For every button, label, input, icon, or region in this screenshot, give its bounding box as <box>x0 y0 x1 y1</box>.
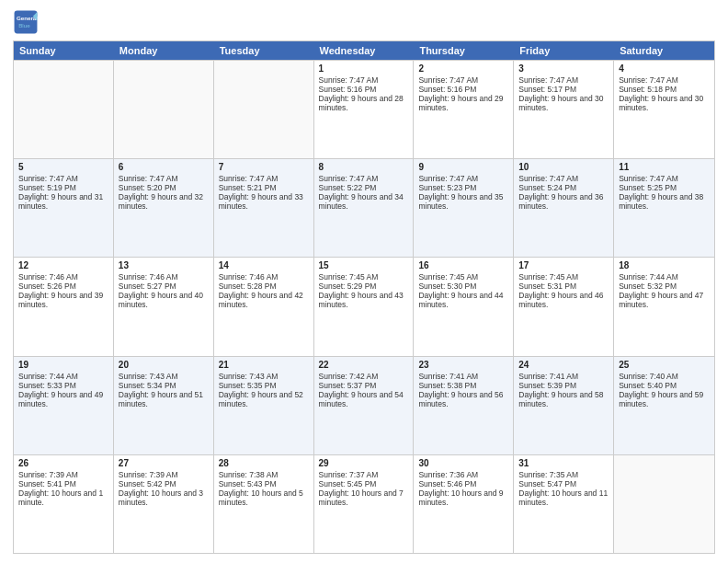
day-number: 31 <box>518 458 609 468</box>
daylight-text: Daylight: 9 hours and 29 minutes. <box>418 94 508 112</box>
sunset-text: Sunset: 5:47 PM <box>518 479 609 488</box>
daylight-text: Daylight: 9 hours and 30 minutes. <box>619 94 710 112</box>
day-number: 11 <box>619 162 710 172</box>
day-cell: 2Sunrise: 7:47 AMSunset: 5:16 PMDaylight… <box>414 61 514 158</box>
week-row-3: 12Sunrise: 7:46 AMSunset: 5:26 PMDayligh… <box>14 257 714 355</box>
day-cell: 27Sunrise: 7:39 AMSunset: 5:42 PMDayligh… <box>114 455 214 553</box>
logo-icon: General Blue <box>13 9 39 35</box>
day-cell <box>214 61 314 158</box>
sunset-text: Sunset: 5:43 PM <box>219 479 309 488</box>
sunrise-text: Sunrise: 7:35 AM <box>518 470 609 479</box>
sunset-text: Sunset: 5:16 PM <box>319 85 409 94</box>
week-row-1: 1Sunrise: 7:47 AMSunset: 5:16 PMDaylight… <box>14 60 714 158</box>
sunrise-text: Sunrise: 7:43 AM <box>219 372 309 381</box>
day-number: 27 <box>119 458 209 468</box>
day-number: 16 <box>418 260 508 270</box>
day-cell: 11Sunrise: 7:47 AMSunset: 5:25 PMDayligh… <box>614 159 714 257</box>
day-number: 30 <box>418 458 508 468</box>
day-number: 1 <box>319 63 409 74</box>
day-number: 20 <box>119 360 209 370</box>
day-number: 13 <box>119 260 209 270</box>
day-number: 8 <box>319 162 409 172</box>
day-number: 25 <box>619 360 710 370</box>
sunrise-text: Sunrise: 7:44 AM <box>619 272 710 282</box>
daylight-text: Daylight: 9 hours and 38 minutes. <box>619 192 710 211</box>
sunrise-text: Sunrise: 7:47 AM <box>219 174 309 183</box>
daylight-text: Daylight: 9 hours and 34 minutes. <box>319 192 409 211</box>
daylight-text: Daylight: 9 hours and 36 minutes. <box>518 192 609 211</box>
sunrise-text: Sunrise: 7:47 AM <box>319 75 409 85</box>
sunset-text: Sunset: 5:45 PM <box>319 479 409 488</box>
sunrise-text: Sunrise: 7:36 AM <box>418 470 508 479</box>
sunset-text: Sunset: 5:40 PM <box>619 381 710 390</box>
daylight-text: Daylight: 10 hours and 3 minutes. <box>119 488 209 507</box>
daylight-text: Daylight: 9 hours and 31 minutes. <box>18 192 108 211</box>
day-cell: 23Sunrise: 7:41 AMSunset: 5:38 PMDayligh… <box>414 357 514 454</box>
day-number: 24 <box>518 360 609 370</box>
sunset-text: Sunset: 5:20 PM <box>119 183 209 192</box>
calendar: SundayMondayTuesdayWednesdayThursdayFrid… <box>13 40 715 554</box>
daylight-text: Daylight: 10 hours and 5 minutes. <box>219 488 309 507</box>
sunset-text: Sunset: 5:27 PM <box>119 282 209 291</box>
sunrise-text: Sunrise: 7:47 AM <box>18 174 108 183</box>
day-cell: 31Sunrise: 7:35 AMSunset: 5:47 PMDayligh… <box>514 455 614 553</box>
daylight-text: Daylight: 9 hours and 32 minutes. <box>119 192 209 211</box>
day-cell: 8Sunrise: 7:47 AMSunset: 5:22 PMDaylight… <box>314 159 415 257</box>
day-cell: 15Sunrise: 7:45 AMSunset: 5:29 PMDayligh… <box>314 258 415 355</box>
sunrise-text: Sunrise: 7:47 AM <box>518 174 609 183</box>
sunrise-text: Sunrise: 7:39 AM <box>18 470 108 479</box>
day-cell <box>14 61 114 158</box>
sunrise-text: Sunrise: 7:47 AM <box>619 174 710 183</box>
svg-text:Blue: Blue <box>18 22 30 29</box>
sunset-text: Sunset: 5:35 PM <box>219 381 309 390</box>
daylight-text: Daylight: 9 hours and 33 minutes. <box>219 192 309 211</box>
daylight-text: Daylight: 9 hours and 42 minutes. <box>219 291 309 309</box>
day-cell: 24Sunrise: 7:41 AMSunset: 5:39 PMDayligh… <box>514 357 614 454</box>
day-number: 17 <box>518 260 609 270</box>
sunrise-text: Sunrise: 7:47 AM <box>319 174 409 183</box>
day-number: 14 <box>219 260 309 270</box>
week-row-5: 26Sunrise: 7:39 AMSunset: 5:41 PMDayligh… <box>14 454 714 553</box>
sunset-text: Sunset: 5:16 PM <box>418 85 508 94</box>
day-cell: 14Sunrise: 7:46 AMSunset: 5:28 PMDayligh… <box>214 258 314 355</box>
sunrise-text: Sunrise: 7:38 AM <box>219 470 309 479</box>
daylight-text: Daylight: 10 hours and 7 minutes. <box>319 488 409 507</box>
day-number: 29 <box>319 458 409 468</box>
day-number: 21 <box>219 360 309 370</box>
day-header-sunday: Sunday <box>14 41 114 60</box>
day-cell: 9Sunrise: 7:47 AMSunset: 5:23 PMDaylight… <box>414 159 514 257</box>
day-number: 28 <box>219 458 309 468</box>
day-cell: 17Sunrise: 7:45 AMSunset: 5:31 PMDayligh… <box>514 258 614 355</box>
sunrise-text: Sunrise: 7:46 AM <box>18 272 108 282</box>
sunrise-text: Sunrise: 7:47 AM <box>418 174 508 183</box>
day-cell: 6Sunrise: 7:47 AMSunset: 5:20 PMDaylight… <box>114 159 214 257</box>
day-number: 4 <box>619 63 710 74</box>
calendar-page: General Blue SundayMondayTuesdayWednesda… <box>0 0 728 563</box>
day-cell: 28Sunrise: 7:38 AMSunset: 5:43 PMDayligh… <box>214 455 314 553</box>
day-header-tuesday: Tuesday <box>214 41 314 60</box>
day-cell: 7Sunrise: 7:47 AMSunset: 5:21 PMDaylight… <box>214 159 314 257</box>
day-number: 3 <box>518 63 609 74</box>
daylight-text: Daylight: 9 hours and 58 minutes. <box>518 390 609 408</box>
day-cell: 18Sunrise: 7:44 AMSunset: 5:32 PMDayligh… <box>614 258 714 355</box>
sunrise-text: Sunrise: 7:47 AM <box>119 174 209 183</box>
day-cell: 3Sunrise: 7:47 AMSunset: 5:17 PMDaylight… <box>514 61 614 158</box>
daylight-text: Daylight: 9 hours and 28 minutes. <box>319 94 409 112</box>
day-cell: 26Sunrise: 7:39 AMSunset: 5:41 PMDayligh… <box>14 455 114 553</box>
sunrise-text: Sunrise: 7:45 AM <box>418 272 508 282</box>
sunset-text: Sunset: 5:26 PM <box>18 282 108 291</box>
sunrise-text: Sunrise: 7:37 AM <box>319 470 409 479</box>
sunset-text: Sunset: 5:42 PM <box>119 479 209 488</box>
header: General Blue <box>13 9 715 35</box>
day-number: 19 <box>18 360 108 370</box>
logo: General Blue <box>13 9 42 35</box>
sunset-text: Sunset: 5:34 PM <box>119 381 209 390</box>
sunrise-text: Sunrise: 7:47 AM <box>619 75 710 85</box>
sunset-text: Sunset: 5:29 PM <box>319 282 409 291</box>
sunset-text: Sunset: 5:32 PM <box>619 282 710 291</box>
sunset-text: Sunset: 5:24 PM <box>518 183 609 192</box>
sunset-text: Sunset: 5:18 PM <box>619 85 710 94</box>
sunrise-text: Sunrise: 7:44 AM <box>18 372 108 381</box>
daylight-text: Daylight: 10 hours and 11 minutes. <box>518 488 609 507</box>
day-cell: 10Sunrise: 7:47 AMSunset: 5:24 PMDayligh… <box>514 159 614 257</box>
